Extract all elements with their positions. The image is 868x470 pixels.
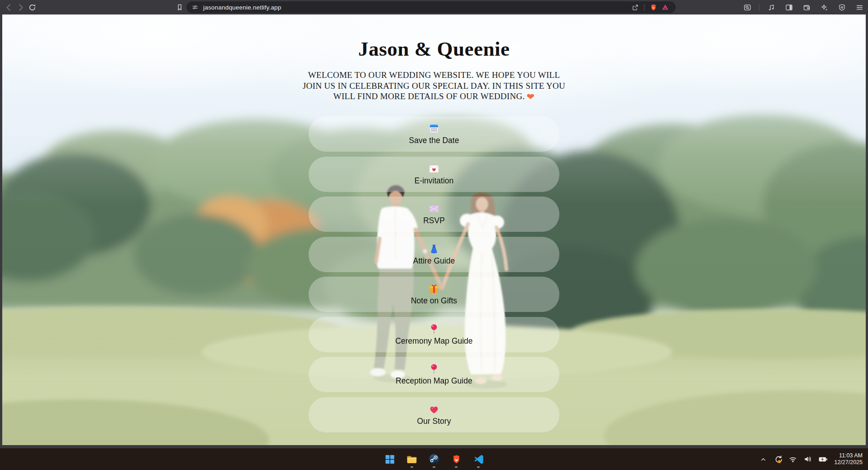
menu-label: RSVP	[423, 216, 445, 225]
clock-date: 12/27/2025	[834, 459, 863, 466]
taskbar-center	[382, 448, 486, 470]
tray-volume-icon[interactable]	[802, 454, 813, 465]
windows-start-icon	[384, 454, 396, 465]
menu-label: Our Story	[417, 417, 451, 426]
wallet-button[interactable]	[801, 1, 812, 13]
menu-label: E-invitation	[415, 176, 454, 186]
media-control-button[interactable]	[765, 1, 777, 13]
url-text[interactable]: jasonandqueenie.netlify.app	[203, 4, 281, 11]
running-indicator	[433, 466, 435, 468]
tray-update-icon[interactable]	[773, 454, 783, 465]
brave-shields-icon	[649, 3, 658, 11]
menu-label: Note on Gifts	[411, 296, 457, 306]
site-settings-icon[interactable]	[191, 3, 199, 11]
menu-button-note-on-gifts[interactable]: Note on Gifts	[309, 277, 559, 312]
round-pushpin-icon	[428, 363, 440, 375]
heart-icon	[428, 403, 440, 415]
menu-button[interactable]	[854, 1, 865, 13]
brave-icon	[451, 454, 462, 465]
back-arrow-icon	[5, 3, 13, 12]
share-button[interactable]	[629, 1, 641, 13]
tray-hidden-icons-button[interactable]	[758, 454, 768, 465]
brave-rewards-button[interactable]	[659, 1, 671, 13]
speaker-icon	[803, 455, 812, 464]
taskbar: 11:03 AM 12/27/2025	[0, 448, 868, 470]
start-button[interactable]	[382, 449, 397, 469]
steam-icon	[428, 453, 440, 465]
menu-button-ceremony-map-guide[interactable]: Ceremony Map Guide	[309, 317, 559, 352]
toolbar-divider	[759, 4, 759, 11]
menu-label: Attire Guide	[413, 256, 455, 266]
vpn-button[interactable]	[836, 1, 848, 13]
love-letter-icon	[428, 163, 440, 175]
system-tray: 11:03 AM 12/27/2025	[758, 448, 863, 470]
toolbar-right-icons	[741, 0, 865, 14]
menu-label: Save the Date	[409, 136, 459, 145]
wifi-icon	[788, 455, 797, 464]
screen: jasonandqueenie.netlify.app	[0, 0, 868, 470]
taskbar-app-file-explorer[interactable]	[404, 449, 420, 469]
urlbar-divider	[644, 4, 644, 11]
hamburger-menu-icon	[855, 3, 864, 12]
bookmark-icon	[176, 3, 184, 11]
tray-battery-icon[interactable]	[817, 454, 828, 465]
tray-wifi-icon[interactable]	[787, 454, 798, 465]
vpn-shield-icon	[838, 3, 846, 12]
brave-shields-button[interactable]	[648, 1, 659, 13]
menu-button-attire-guide[interactable]: Attire Guide	[309, 237, 559, 272]
taskbar-app-vscode[interactable]	[471, 449, 486, 469]
menu-button-our-story[interactable]: Our Story	[309, 397, 559, 432]
search-in-window-icon	[743, 3, 752, 12]
wedding-website-page: Jason & Queenie WELCOME TO OUR WEDDING W…	[2, 14, 866, 445]
bookmark-button[interactable]	[174, 1, 186, 13]
taskbar-clock[interactable]: 11:03 AM 12/27/2025	[834, 452, 863, 466]
search-tabs-button[interactable]	[741, 1, 753, 13]
taskbar-app-steam[interactable]	[426, 449, 442, 469]
sidebar-panel-icon	[785, 3, 793, 12]
address-bar[interactable]: jasonandqueenie.netlify.app	[186, 1, 676, 13]
menu-button-e-invitation[interactable]: E-invitation	[309, 157, 559, 192]
chevron-up-icon	[759, 456, 767, 463]
orange-heart-icon: ❤	[527, 91, 535, 102]
browser-toolbar: jasonandqueenie.netlify.app	[0, 0, 868, 14]
sparkle-icon	[820, 3, 829, 12]
clock-time: 11:03 AM	[834, 452, 863, 460]
round-pushpin-icon	[428, 323, 440, 335]
brave-rewards-icon	[661, 3, 669, 11]
back-button[interactable]	[3, 1, 14, 13]
vscode-icon	[473, 454, 484, 465]
running-indicator	[455, 466, 458, 468]
music-note-icon	[767, 3, 776, 12]
leo-ai-button[interactable]	[818, 1, 830, 13]
menu-label: Reception Map Guide	[396, 376, 472, 386]
gift-icon	[428, 283, 440, 295]
menu-label: Ceremony Map Guide	[395, 336, 472, 346]
menu-button-rsvp[interactable]: RSVP	[309, 197, 559, 232]
share-icon	[631, 4, 639, 11]
battery-charging-icon	[818, 455, 828, 464]
welcome-text: WELCOME TO OUR WEDDING WEBSITE. WE HOPE …	[302, 70, 567, 102]
forward-arrow-icon	[16, 3, 25, 12]
wedding-menu: Save the Date E-invitation RSVP Attire G…	[309, 116, 559, 432]
running-indicator	[477, 466, 480, 468]
file-explorer-icon	[406, 453, 418, 465]
page-title: Jason & Queenie	[2, 37, 866, 61]
envelope-icon	[428, 203, 440, 215]
reload-icon	[28, 3, 37, 12]
menu-button-save-the-date[interactable]: Save the Date	[309, 116, 559, 152]
sidebar-button[interactable]	[783, 1, 795, 13]
menu-button-reception-map-guide[interactable]: Reception Map Guide	[309, 357, 559, 392]
wallet-icon	[802, 3, 811, 12]
taskbar-app-brave[interactable]	[448, 449, 464, 469]
dress-icon	[428, 243, 440, 255]
sync-update-icon	[773, 455, 783, 464]
reload-button[interactable]	[26, 1, 38, 13]
calendar-icon	[428, 123, 440, 134]
forward-button[interactable]	[14, 1, 26, 13]
running-indicator	[410, 466, 413, 468]
